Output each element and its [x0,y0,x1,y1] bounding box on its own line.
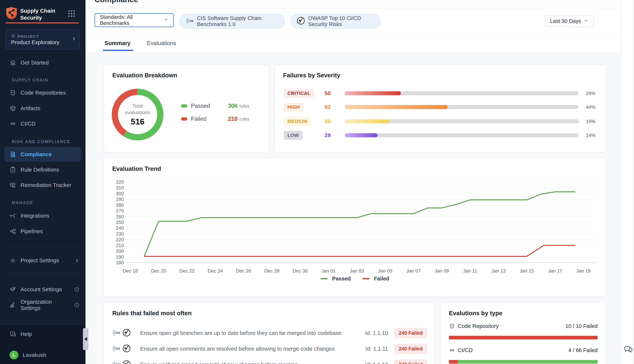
section-label-supply-chain: SUPPLY CHAIN [12,78,48,83]
tab-summary[interactable]: Summary [105,40,130,46]
info-icon[interactable] [74,287,79,292]
severity-bar-fill [345,119,389,123]
severity-bar-fill [345,133,378,137]
sidebar-item-code-repositories[interactable]: Code Repositories [10,86,66,99]
type-row-code-repository: Code Repository 10 / 10 Failed [449,323,598,329]
card-title: Evaluation Breakdown [112,72,177,79]
sidebar-item-project-settings[interactable]: Project Settings [10,254,79,267]
cis-logo-icon: CIS [112,344,121,354]
rule-list-item[interactable]: CIS Ensure verifying signed commits of n… [112,359,427,364]
evaluation-trend-card: Evaluation Trend 18019020021022023024025… [104,158,606,297]
svg-text:210: 210 [116,243,124,248]
svg-text:180: 180 [116,260,124,266]
collapse-arrow-icon [84,337,87,341]
failures-by-severity-card: Failures by Severity CRITICAL 50 24% HIG… [274,64,606,153]
sidebar-item-artifacts[interactable]: Artifacts [10,102,40,115]
severity-row-critical: CRITICAL 50 24% [284,89,598,98]
svg-text:Jan 09: Jan 09 [435,268,449,274]
svg-text:Dec 22: Dec 22 [179,268,194,274]
sidebar-collapse-handle[interactable] [83,328,88,350]
user-menu[interactable]: L Lavakush [10,348,46,362]
pipelines-icon [10,228,16,234]
svg-text:Dec 26: Dec 26 [236,268,251,274]
rule-text: Ensure all open comments are resolved be… [140,346,366,352]
toolbar-divider [86,33,621,33]
owasp-logo-icon [122,360,131,364]
repository-icon [449,323,455,329]
sidebar-item-integrations[interactable]: Integrations [10,209,49,222]
sidebar-item-rule-definitions[interactable]: Rule Definitions [10,163,59,176]
org-gear-icon [10,302,16,308]
svg-text:300: 300 [116,191,124,196]
severity-count: 39 [325,118,345,124]
standards-filter-dropdown[interactable]: Standards: All Benchmarks [95,13,174,27]
sidebar-divider [6,248,80,248]
severity-badge: CRITICAL [284,89,314,98]
project-selector[interactable]: PROJECT Product Exploratory [6,29,80,50]
layers-gear-icon [10,286,16,293]
app-logo-shield-icon [6,6,18,20]
svg-text:280: 280 [116,202,124,208]
repository-icon [10,90,16,96]
avatar: L [10,350,18,360]
svg-text:Dec 28: Dec 28 [264,268,279,274]
severity-bar-track [345,119,579,123]
sidebar-item-pipelines[interactable]: Pipelines [10,225,43,238]
date-range-dropdown[interactable]: Last 30 Days [545,15,594,27]
type-failed-value: 4 / 66 Failed [568,347,598,353]
document-search-icon [10,151,16,158]
severity-row-medium: MEDIUM 39 19% [284,117,598,126]
severity-row-low: LOW 29 14% [284,131,598,140]
svg-text:310: 310 [116,185,124,190]
card-title: Evaluation Trend [112,165,161,172]
failed-rules-card: Rules that failed most often CIS Ensure … [104,302,435,364]
sidebar-item-compliance[interactable]: Compliance [5,147,81,162]
svg-text:Dec 20: Dec 20 [151,268,166,274]
sidebar: Supply Chain Security PROJECT Product Ex… [0,0,86,364]
section-label-manage: MANAGE [12,200,33,205]
cis-logo-icon: CIS [112,360,121,364]
card-title: Evalutions by type [449,310,502,317]
type-failed-value: 10 / 10 Failed [565,323,598,329]
failed-line-swatch [363,278,370,279]
severity-bar-track [345,91,579,95]
sidebar-item-get-started[interactable]: Get Started [10,56,49,69]
svg-text:320: 320 [116,179,124,185]
chat-support-icon[interactable] [623,344,633,354]
svg-text:Jan 07: Jan 07 [406,268,421,274]
header-divider [86,8,621,8]
chevron-down-icon [584,18,588,24]
rule-list-item[interactable]: CIS Ensure open git branches are up to d… [112,328,427,338]
severity-badge: MEDIUM [284,117,311,126]
apps-grid-icon[interactable] [68,10,76,18]
project-name: Product Exploratory [11,39,59,46]
benchmark-chip-cis[interactable]: CIS CIS Software Supply Chain Benchmarks… [179,14,285,29]
tab-evaluations[interactable]: Evaluations [147,40,176,46]
sidebar-item-organization-settings[interactable]: Organization Settings [10,298,79,312]
passed-count: 306 [228,103,238,109]
donut-center-label: Total evaluations 516 [111,88,164,141]
severity-bar-track [345,133,579,137]
rule-id: Id: 1.1.11 [366,346,388,352]
rule-list-item[interactable]: CIS Ensure all open comments are resolve… [112,343,427,354]
sidebar-item-cicd[interactable]: CI/CD [10,117,36,130]
sidebar-item-remediation-tracker[interactable]: Remediation Tracker [10,179,71,192]
sidebar-item-account-settings[interactable]: Account Settings [10,283,79,296]
integrations-icon [10,212,16,219]
rule-id: Id: 1.1.10 [365,330,388,336]
info-icon[interactable] [74,302,79,308]
svg-text:Jan 15: Jan 15 [520,268,534,274]
severity-badge: LOW [284,131,302,140]
severity-percent: 19% [586,118,595,124]
sidebar-item-help[interactable]: ? Help [10,328,32,340]
gear-icon [10,257,16,264]
scrollbar[interactable] [633,0,634,364]
benchmark-chip-owasp[interactable]: OWASP Top 10 CI/CD Security Risks [290,14,381,29]
clipboard-check-icon [10,166,16,173]
severity-count: 50 [325,90,345,96]
svg-text:200: 200 [116,248,124,254]
card-title: Rules that failed most often [112,310,192,317]
rule-id: Id: 1.1.12 [365,362,388,364]
box-wrench-icon [10,182,16,188]
card-title: Failures by Severity [283,72,340,79]
